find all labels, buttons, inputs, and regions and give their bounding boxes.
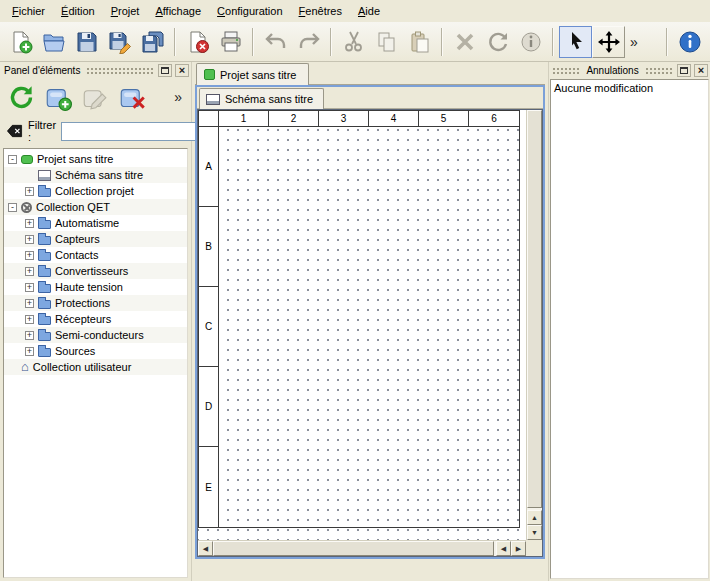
tree-item-contacts[interactable]: + Contacts xyxy=(4,247,187,263)
menu-aide[interactable]: Aide xyxy=(350,2,388,20)
save-as-button[interactable] xyxy=(103,26,136,58)
expand-expander-icon[interactable]: + xyxy=(25,219,34,228)
float-dock-button[interactable] xyxy=(677,64,691,77)
row-header: A xyxy=(199,127,219,207)
diagram-view: 1 2 3 4 5 6 A B C D xyxy=(197,109,543,557)
delete-element-icon xyxy=(119,84,146,111)
undo-button[interactable] xyxy=(259,26,292,58)
collapse-expander-icon[interactable]: - xyxy=(8,203,17,212)
tree-item-capteurs[interactable]: + Capteurs xyxy=(4,231,187,247)
reload-icon xyxy=(8,84,35,111)
menu-fenetres[interactable]: Fenêtres xyxy=(291,2,350,20)
object-info-button[interactable] xyxy=(514,26,547,58)
horizontal-scrollbar[interactable]: ◀ ◀ ▶ xyxy=(198,540,526,556)
dock-handle[interactable] xyxy=(644,66,674,75)
menu-affichage[interactable]: Affichage xyxy=(147,2,209,20)
tree-item-haute-tension[interactable]: + Haute tension xyxy=(4,279,187,295)
menu-configuration[interactable]: Configuration xyxy=(209,2,290,20)
expand-expander-icon[interactable]: + xyxy=(25,331,34,340)
paste-button[interactable] xyxy=(403,26,436,58)
copy-button[interactable] xyxy=(370,26,403,58)
reload-collections-button[interactable] xyxy=(4,81,38,114)
close-dock-button[interactable]: × xyxy=(175,64,189,77)
delete-element-button[interactable] xyxy=(115,81,149,114)
tree-item-automatisme[interactable]: + Automatisme xyxy=(4,215,187,231)
scroll-mode-button[interactable] xyxy=(592,26,625,58)
scrollbar-corner xyxy=(526,540,542,556)
expand-expander-icon[interactable]: + xyxy=(25,235,34,244)
home-icon: ⌂ xyxy=(21,361,29,373)
menu-projet[interactable]: Projet xyxy=(103,2,148,20)
expand-expander-icon[interactable]: + xyxy=(25,315,34,324)
scroll-down-button[interactable]: ▼ xyxy=(527,525,542,540)
delete-button[interactable] xyxy=(448,26,481,58)
about-button[interactable] xyxy=(673,26,706,58)
toolbar-overflow-button[interactable]: » xyxy=(625,34,643,50)
tree-item-protections[interactable]: + Protections xyxy=(4,295,187,311)
main-toolbar: » xyxy=(0,22,710,62)
menu-edition[interactable]: Édition xyxy=(53,2,103,20)
expand-expander-icon[interactable]: + xyxy=(25,267,34,276)
expand-expander-icon[interactable]: + xyxy=(25,283,34,292)
dock-handle[interactable] xyxy=(85,66,155,75)
vertical-scrollbar[interactable]: ▲ ▼ xyxy=(526,110,542,540)
collapse-expander-icon[interactable]: - xyxy=(8,155,17,164)
tab-diagram[interactable]: Schéma sans titre xyxy=(199,88,324,109)
float-icon xyxy=(161,67,169,74)
tree-item-collection-utilisateur[interactable]: ⌂ Collection utilisateur xyxy=(4,359,187,375)
tree-item-recepteurs[interactable]: + Récepteurs xyxy=(4,311,187,327)
edit-element-button[interactable] xyxy=(78,81,112,114)
expand-expander-icon[interactable]: + xyxy=(25,347,34,356)
print-button[interactable] xyxy=(214,26,247,58)
new-document-icon xyxy=(9,30,33,54)
panel-overflow-button[interactable]: » xyxy=(169,89,187,105)
tree-item-convertisseurs[interactable]: + Convertisseurs xyxy=(4,263,187,279)
dock-handle[interactable] xyxy=(551,66,581,75)
menu-fichier[interactable]: Fichier xyxy=(4,2,53,20)
save-all-button[interactable] xyxy=(136,26,169,58)
float-dock-button[interactable] xyxy=(158,64,172,77)
diagram-canvas[interactable]: 1 2 3 4 5 6 A B C D xyxy=(198,110,526,540)
select-mode-button[interactable] xyxy=(559,26,592,58)
main-area: Panel d'éléments × » xyxy=(0,62,710,581)
close-document-button[interactable] xyxy=(181,26,214,58)
tab-project[interactable]: Projet sans titre xyxy=(196,63,309,85)
row-header: D xyxy=(199,367,219,447)
clear-filter-button[interactable] xyxy=(6,122,23,140)
filter-label: Filtrer : xyxy=(28,119,56,143)
tree-item-project[interactable]: - Projet sans titre xyxy=(4,151,187,167)
tree-item-semi-conducteurs[interactable]: + Semi-conducteurs xyxy=(4,327,187,343)
tree-item-diagram[interactable]: Schéma sans titre xyxy=(4,167,187,183)
tree-item-collection-projet[interactable]: + Collection projet xyxy=(4,183,187,199)
expand-expander-icon[interactable]: + xyxy=(25,299,34,308)
filter-input[interactable] xyxy=(61,122,211,141)
row-header: E xyxy=(199,447,219,527)
scroll-up-button[interactable]: ▲ xyxy=(527,510,542,525)
scroll-left-button-2[interactable]: ◀ xyxy=(496,541,511,556)
horizontal-scrollbar-thumb[interactable] xyxy=(213,541,494,556)
close-icon: × xyxy=(179,66,185,75)
open-document-button[interactable] xyxy=(37,26,70,58)
rotate-button[interactable] xyxy=(481,26,514,58)
project-icon xyxy=(204,69,215,80)
folder-icon xyxy=(38,332,51,341)
expand-expander-icon[interactable]: + xyxy=(25,187,34,196)
scroll-right-button[interactable]: ▶ xyxy=(511,541,526,556)
redo-button[interactable] xyxy=(292,26,325,58)
close-dock-button[interactable]: × xyxy=(694,64,708,77)
folder-icon xyxy=(38,188,51,197)
close-document-icon xyxy=(186,30,210,54)
elements-panel-titlebar[interactable]: Panel d'éléments × xyxy=(0,62,191,78)
diagram-icon xyxy=(38,170,51,181)
save-button[interactable] xyxy=(70,26,103,58)
undo-panel-titlebar[interactable]: Annulations × xyxy=(549,62,710,78)
new-element-button[interactable] xyxy=(41,81,75,114)
tree-item-collection-qet[interactable]: - Collection QET xyxy=(4,199,187,215)
expand-expander-icon[interactable]: + xyxy=(25,251,34,260)
new-document-button[interactable] xyxy=(4,26,37,58)
copy-icon xyxy=(375,30,399,54)
tree-item-sources[interactable]: + Sources xyxy=(4,343,187,359)
vertical-scrollbar-thumb[interactable] xyxy=(527,110,542,508)
cut-button[interactable] xyxy=(337,26,370,58)
scroll-left-button[interactable]: ◀ xyxy=(198,541,213,556)
